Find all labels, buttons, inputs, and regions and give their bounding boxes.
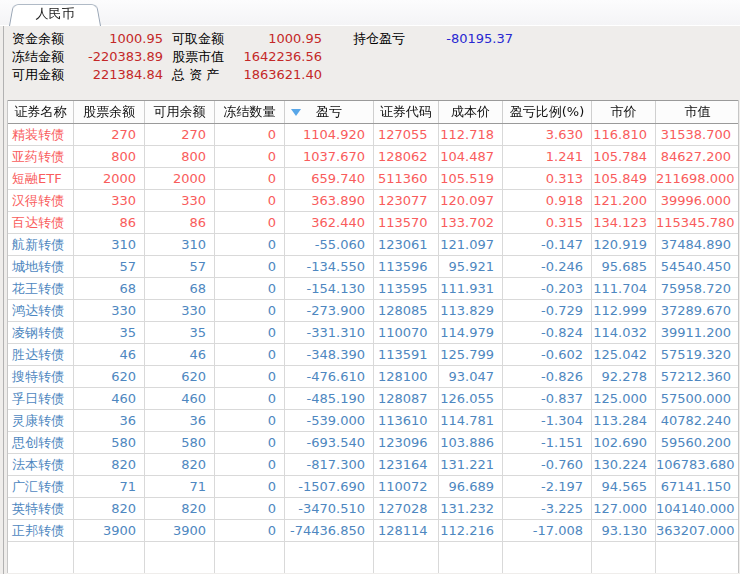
cell-name: 短融ETF	[8, 168, 74, 190]
cell-price: 92.278	[592, 366, 656, 388]
cell-available: 57	[145, 256, 215, 278]
cell-name: 凌钢转债	[8, 322, 74, 344]
summary-value: -220383.89	[72, 48, 163, 66]
position-row[interactable]: 搜特转债6206200-476.61012810093.047-0.82692.…	[8, 366, 738, 388]
cell-frozen: 0	[215, 256, 285, 278]
cell-balance: 800	[74, 146, 145, 168]
cell-available: 580	[145, 432, 215, 454]
cell-code: 128100	[374, 366, 439, 388]
position-row[interactable]: 广汇转债71710-1507.69011007296.689-2.19794.5…	[8, 476, 738, 498]
cell-balance: 580	[74, 432, 145, 454]
position-row[interactable]: 亚药转债80080001037.670128062104.4871.241105…	[8, 146, 738, 168]
position-row[interactable]: 百达转债86860362.440113570133.7020.315134.12…	[8, 212, 738, 234]
position-row[interactable]: 花王转债68680-154.130113595111.931-0.203111.…	[8, 278, 738, 300]
cell-pl_pct: -17.008	[503, 520, 592, 542]
cell-value: 57500.000	[656, 388, 739, 410]
cell-pl: -74436.850	[285, 520, 374, 542]
cell-cost: 114.979	[439, 322, 503, 344]
cell-balance: 310	[74, 234, 145, 256]
cell-available: 800	[145, 146, 215, 168]
col-header-price[interactable]: 市价	[592, 101, 656, 123]
position-row[interactable]: 正邦转债390039000-74436.850128114112.216-17.…	[8, 520, 738, 542]
cell-balance: 330	[74, 300, 145, 322]
cell-pl_pct: -3.225	[503, 498, 592, 520]
position-row[interactable]: 汉得转债3303300363.890123077120.0970.918121.…	[8, 190, 738, 212]
cell-pl_pct: -0.824	[503, 322, 592, 344]
cell-frozen: 0	[215, 190, 285, 212]
cell-frozen: 0	[215, 146, 285, 168]
position-row[interactable]: 城地转债57570-134.55011359695.921-0.24695.68…	[8, 256, 738, 278]
empty-cell	[215, 542, 285, 573]
cell-pl: -348.390	[285, 344, 374, 366]
cell-balance: 2000	[74, 168, 145, 190]
cell-price: 113.284	[592, 410, 656, 432]
cell-pl: -693.540	[285, 432, 374, 454]
cell-available: 460	[145, 388, 215, 410]
cell-frozen: 0	[215, 498, 285, 520]
cell-value: 57212.360	[656, 366, 739, 388]
cell-balance: 46	[74, 344, 145, 366]
cell-available: 71	[145, 476, 215, 498]
cell-code: 123061	[374, 234, 439, 256]
cell-pl_pct: 3.630	[503, 124, 592, 146]
cell-code: 123077	[374, 190, 439, 212]
cell-balance: 86	[74, 212, 145, 234]
col-header-available[interactable]: 可用余额	[145, 101, 215, 123]
position-row[interactable]: 精装转债27027001104.920127055112.7183.630116…	[8, 124, 738, 146]
cell-name: 城地转债	[8, 256, 74, 278]
cell-balance: 270	[74, 124, 145, 146]
position-row[interactable]: 孚日转债4604600-485.190128087126.055-0.83712…	[8, 388, 738, 410]
position-row[interactable]: 航新转债3103100-55.060123061121.097-0.147120…	[8, 234, 738, 256]
col-header-cost[interactable]: 成本价	[439, 101, 503, 123]
positions-table-header: 证券名称股票余额可用余额冻结数量盈亏证券代码成本价盈亏比例(%)市价市值	[8, 100, 738, 124]
cell-pl_pct: -2.197	[503, 476, 592, 498]
col-header-value[interactable]: 市值	[656, 101, 739, 123]
position-row[interactable]: 鸿达转债3303300-273.900128085113.829-0.72911…	[8, 300, 738, 322]
position-row[interactable]: 短融ETF200020000659.740511360105.5190.3131…	[8, 168, 738, 190]
cell-name: 胜达转债	[8, 344, 74, 366]
cell-pl_pct: -0.826	[503, 366, 592, 388]
cell-cost: 131.221	[439, 454, 503, 476]
cell-available: 46	[145, 344, 215, 366]
cell-pl_pct: -1.151	[503, 432, 592, 454]
cell-available: 620	[145, 366, 215, 388]
col-header-pl[interactable]: 盈亏	[285, 101, 374, 123]
summary-value: 1000.95	[232, 30, 322, 48]
cell-name: 百达转债	[8, 212, 74, 234]
summary-row: 冻结金额-220383.89股票市值1642236.56	[12, 48, 740, 66]
col-header-balance[interactable]: 股票余额	[74, 101, 145, 123]
cell-available: 820	[145, 498, 215, 520]
col-header-frozen[interactable]: 冻结数量	[215, 101, 285, 123]
tab-rmb[interactable]: 人民币	[9, 2, 101, 26]
cell-name: 航新转债	[8, 234, 74, 256]
cell-value: 363207.000	[656, 520, 739, 542]
cell-cost: 105.519	[439, 168, 503, 190]
cell-frozen: 0	[215, 432, 285, 454]
cell-frozen: 0	[215, 212, 285, 234]
empty-cell	[8, 542, 74, 573]
cell-name: 搜特转债	[8, 366, 74, 388]
cell-available: 3900	[145, 520, 215, 542]
summary-pair: 总 资 产1863621.40	[172, 66, 322, 84]
position-row[interactable]: 英特转债8208200-3470.510127028131.232-3.2251…	[8, 498, 738, 520]
cell-pl: 362.440	[285, 212, 374, 234]
col-header-name[interactable]: 证券名称	[8, 101, 74, 123]
position-row[interactable]: 法本转债8208200-817.300123164131.221-0.76013…	[8, 454, 738, 476]
cell-available: 330	[145, 190, 215, 212]
col-header-code[interactable]: 证券代码	[374, 101, 439, 123]
cell-pl_pct: 1.241	[503, 146, 592, 168]
cell-available: 35	[145, 322, 215, 344]
cell-available: 270	[145, 124, 215, 146]
position-row[interactable]: 思创转债5805800-693.540123096103.886-1.15110…	[8, 432, 738, 454]
summary-pair: 持仓盈亏-80195.37	[353, 30, 513, 48]
col-header-pl_pct[interactable]: 盈亏比例(%)	[503, 101, 592, 123]
cell-price: 95.685	[592, 256, 656, 278]
cell-name: 亚药转债	[8, 146, 74, 168]
cell-value: 84627.200	[656, 146, 739, 168]
empty-cell	[74, 542, 145, 573]
summary-value: -80195.37	[413, 30, 513, 48]
position-row[interactable]: 灵康转债36360-539.000113610114.781-1.304113.…	[8, 410, 738, 432]
position-row[interactable]: 胜达转债46460-348.390113591125.799-0.602125.…	[8, 344, 738, 366]
position-row[interactable]: 凌钢转债35350-331.310110070114.979-0.824114.…	[8, 322, 738, 344]
col-header-label: 证券名称	[15, 104, 67, 119]
